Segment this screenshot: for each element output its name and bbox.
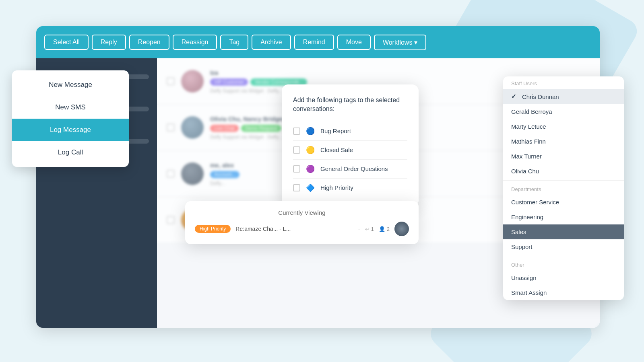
reassign-button[interactable]: Reassign <box>173 35 217 50</box>
reassign-smart-assign[interactable]: Smart Assign <box>503 285 624 300</box>
archive-button[interactable]: Archive <box>252 35 291 50</box>
reassign-engineering[interactable]: Engineering <box>503 210 624 224</box>
viewing-avatar <box>394 222 409 236</box>
tags-popup-title: Add the following tags to the selected c… <box>293 96 407 114</box>
remind-button[interactable]: Remind <box>294 35 334 50</box>
log-call-item[interactable]: Log Call <box>12 141 129 164</box>
reply-icon: ↩ <box>365 226 369 232</box>
tag-name-general: General Order Questions <box>320 165 388 172</box>
reassign-divider-2 <box>503 256 624 256</box>
new-message-item[interactable]: New Message <box>12 74 129 96</box>
tag-option-general-order[interactable]: 🟣 General Order Questions <box>293 160 407 179</box>
staff-section-title: Staff Users <box>503 76 624 89</box>
viewing-title: Currently Viewing <box>195 209 409 216</box>
tag-icon-high: 🔷 <box>306 183 315 192</box>
reassign-unassign[interactable]: Unassign <box>503 270 624 285</box>
reassign-olivia-chu[interactable]: Olivia Chu <box>503 164 624 179</box>
new-message-dropdown: New Message New SMS Log Message Log Call <box>12 70 129 167</box>
tag-name-closed: Closed Sale <box>320 146 353 153</box>
reassign-gerald-berroya[interactable]: Gerald Berroya <box>503 104 624 119</box>
new-sms-item[interactable]: New SMS <box>12 96 129 119</box>
reassign-max-turner[interactable]: Max Turner <box>503 149 624 164</box>
dash-separator: - <box>358 226 360 232</box>
reply-button[interactable]: Reply <box>92 35 126 50</box>
tag-checkbox-general[interactable] <box>293 165 300 173</box>
reassign-customer-service[interactable]: Customer Service <box>503 195 624 210</box>
reassign-divider-1 <box>503 180 624 181</box>
tag-checkbox-bug[interactable] <box>293 128 300 135</box>
tag-option-high-priority[interactable]: 🔷 High Priority <box>293 179 407 197</box>
tag-name-bug: Bug Report <box>320 128 351 134</box>
reassign-chris-dunnan[interactable]: Chris Dunnan <box>503 89 624 104</box>
tag-option-bug-report[interactable]: 🔵 Bug Report <box>293 122 407 141</box>
viewing-text: Re:amaze Cha... - L... <box>235 226 353 232</box>
currently-viewing-popup: Currently Viewing High Priority Re:amaze… <box>185 201 419 244</box>
tag-icon-bug: 🔵 <box>306 127 315 136</box>
other-section-title: Other <box>503 258 624 270</box>
user-icon: 👤 <box>379 226 385 232</box>
viewing-meta: ↩ 1 👤 2 <box>365 226 390 232</box>
viewing-meta-replies: ↩ 1 <box>365 226 374 232</box>
tag-checkbox-high[interactable] <box>293 184 300 191</box>
reassign-popup: Staff Users Chris Dunnan Gerald Berroya … <box>503 76 624 300</box>
log-message-item[interactable]: Log Message <box>12 119 129 141</box>
reassign-support[interactable]: Support <box>503 239 624 254</box>
departments-section-title: Departments <box>503 182 624 195</box>
viewing-content: High Priority Re:amaze Cha... - L... - ↩… <box>195 222 409 236</box>
select-all-button[interactable]: Select All <box>44 35 89 50</box>
tag-option-closed-sale[interactable]: 🟡 Closed Sale <box>293 141 407 160</box>
tag-icon-closed: 🟡 <box>306 146 315 154</box>
reassign-mathias-finn[interactable]: Mathias Finn <box>503 134 624 149</box>
move-button[interactable]: Move <box>337 35 371 50</box>
tag-button[interactable]: Tag <box>220 35 248 50</box>
reassign-sales[interactable]: Sales <box>503 224 624 239</box>
tags-popup: Add the following tags to the selected c… <box>282 84 419 207</box>
viewing-meta-users: 👤 2 <box>379 226 390 232</box>
workflows-button[interactable]: Workflows ▾ <box>374 35 426 50</box>
reopen-button[interactable]: Reopen <box>129 35 169 50</box>
tag-checkbox-closed[interactable] <box>293 146 300 154</box>
viewing-tag: High Priority <box>195 225 231 233</box>
tag-name-high: High Priority <box>320 184 353 191</box>
tag-icon-general: 🟣 <box>306 165 315 173</box>
reassign-marty-letuce[interactable]: Marty Letuce <box>503 119 624 134</box>
toolbar: Select All Reply Reopen Reassign Tag Arc… <box>36 26 600 58</box>
